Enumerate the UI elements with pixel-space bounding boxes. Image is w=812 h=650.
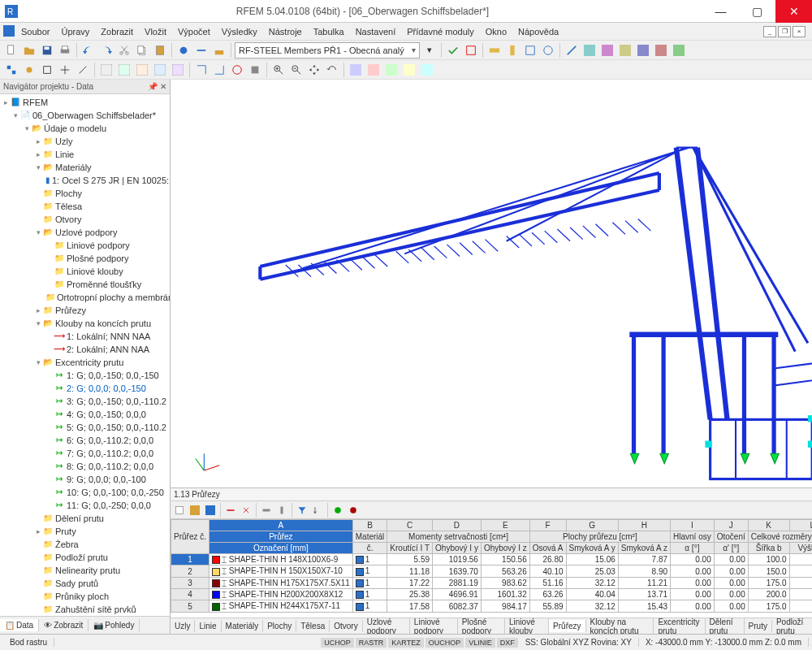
- cut-button[interactable]: [116, 42, 132, 58]
- copy-button[interactable]: [134, 42, 150, 58]
- pin-icon[interactable]: 📌 ✕: [148, 82, 166, 91]
- tb-icon[interactable]: [152, 62, 168, 78]
- col-I[interactable]: I: [671, 520, 715, 531]
- tree-uzlovepodpory[interactable]: Uzlové podpory: [55, 227, 117, 238]
- table-row[interactable]: 3 ⌶ SHAPE-THIN H175X175X7.5X11 1 17.2228…: [171, 577, 813, 588]
- zoom-in-icon[interactable]: [270, 62, 287, 78]
- hdr-ozn[interactable]: Označení [mm]: [209, 543, 353, 554]
- tree-otvory[interactable]: Otvory: [55, 214, 81, 225]
- tree-promennetl[interactable]: Proměnné tloušťky: [67, 279, 141, 290]
- tb-icon[interactable]: [21, 62, 37, 78]
- snap-toggle[interactable]: OUCHOP: [425, 638, 464, 648]
- col-F[interactable]: F: [529, 520, 566, 531]
- tree-e2[interactable]: 2: G; 0,0,0; 0,0,-150: [67, 383, 146, 394]
- tb-icon[interactable]: [463, 42, 479, 58]
- grid-tab[interactable]: Plošné podpory: [458, 618, 505, 634]
- table-row[interactable]: 5 ⌶ SHAPE-THIN H244X175X7-11 1 17.586082…: [171, 600, 813, 612]
- tree-e7[interactable]: 7: G; 0,0,-110.2; 0,0,0: [67, 448, 153, 459]
- tb-icon[interactable]: [193, 62, 209, 78]
- menu-tabulka[interactable]: Tabulka: [309, 25, 349, 38]
- grid-tab[interactable]: Tělesa: [296, 620, 330, 632]
- tree-deleni[interactable]: Dělení prutu: [55, 513, 104, 524]
- print-button[interactable]: [57, 42, 73, 58]
- app-menu-icon[interactable]: [3, 25, 15, 38]
- tree-plosnepodpory[interactable]: Plošné podpory: [67, 253, 128, 264]
- cross-sections-table[interactable]: Průřez č. A B C D E F G H I J K: [171, 519, 812, 613]
- grid-tb-icon[interactable]: [239, 503, 253, 518]
- grid-tb-icon[interactable]: [330, 503, 345, 518]
- project-tree[interactable]: ▸📘RFEM ▾📄06_Oberwagen Schiffsbelader* ▾📂…: [0, 94, 170, 616]
- table-row[interactable]: 4 ⌶ SHAPE-THIN H200X200X8X12 1 25.384696…: [171, 589, 813, 600]
- grid-filter-icon[interactable]: [295, 503, 309, 518]
- tb-icon[interactable]: [564, 42, 580, 58]
- maximize-button[interactable]: ▢: [739, 0, 775, 23]
- tb-icon[interactable]: [193, 42, 209, 58]
- col-L[interactable]: L: [789, 520, 812, 531]
- hdr-h[interactable]: Výška h: [789, 543, 812, 554]
- tb-icon[interactable]: [653, 42, 669, 58]
- hdr-b[interactable]: Šířka b: [748, 543, 789, 554]
- tree-e5[interactable]: 5: G; 0,0,-150; 0,0,-110.2: [67, 422, 166, 433]
- tb-icon[interactable]: [211, 62, 227, 78]
- tree-zahust[interactable]: Zahuštění sítě prvků: [55, 604, 136, 615]
- undo-button[interactable]: [80, 42, 97, 58]
- tree-klouby[interactable]: Klouby na koncích prutu: [55, 318, 151, 329]
- tree-mat1[interactable]: 1: Ocel S 275 JR | EN 10025:199: [52, 175, 170, 186]
- tree-liniovepodpory[interactable]: Liniové podpory: [67, 240, 130, 251]
- tb-icon[interactable]: [57, 62, 73, 78]
- close-button[interactable]: ✕: [775, 0, 812, 23]
- tb-icon[interactable]: [419, 62, 435, 78]
- tb-icon[interactable]: [116, 62, 132, 78]
- tree-telesa[interactable]: Tělesa: [55, 201, 82, 212]
- grid-tb-icon[interactable]: [172, 503, 187, 518]
- grid-tb-icon[interactable]: [223, 503, 238, 518]
- tb-icon[interactable]: [635, 42, 651, 58]
- menu-nastroje[interactable]: Nástroje: [264, 25, 307, 38]
- snap-toggle[interactable]: RASTR: [356, 638, 387, 648]
- mdi-restore-button[interactable]: ❐: [778, 26, 791, 37]
- grid-tab[interactable]: Liniové klouby: [505, 618, 549, 634]
- tb-icon[interactable]: [211, 42, 227, 58]
- tree-model[interactable]: 06_Oberwagen Schiffsbelader*: [32, 110, 156, 121]
- new-button[interactable]: [3, 42, 19, 58]
- tree-e3[interactable]: 3: G; 0,0,-150; 0,0,-110.2: [67, 396, 166, 407]
- tb-icon[interactable]: [170, 62, 186, 78]
- save-button[interactable]: [39, 42, 55, 58]
- tree-e8[interactable]: 8: G; 0,0,-110.2; 0,0,0: [67, 461, 153, 472]
- menu-upravy[interactable]: Úpravy: [56, 25, 94, 38]
- grid-tab[interactable]: Uzly: [171, 620, 195, 632]
- paste-button[interactable]: [152, 42, 168, 58]
- menu-vypocet[interactable]: Výpočet: [173, 25, 215, 38]
- tree-prunik[interactable]: Průniky ploch: [55, 591, 109, 602]
- col-B[interactable]: B: [352, 520, 387, 531]
- grid-tab[interactable]: Otvory: [330, 620, 362, 632]
- hdr-az[interactable]: Smyková A z: [618, 543, 670, 554]
- tb-icon[interactable]: [522, 42, 538, 58]
- tb-icon[interactable]: [98, 62, 114, 78]
- tree-uzly[interactable]: Uzly: [55, 136, 72, 147]
- hdr-matc[interactable]: č.: [352, 543, 387, 554]
- tb-icon[interactable]: [348, 62, 364, 78]
- zoom-out-icon[interactable]: [288, 62, 304, 78]
- col-E[interactable]: E: [481, 520, 529, 531]
- tb-icon[interactable]: [75, 62, 91, 78]
- tree-linie[interactable]: Linie: [55, 149, 74, 160]
- tb-icon[interactable]: [617, 42, 633, 58]
- tb-icon[interactable]: [383, 62, 400, 78]
- menu-okno[interactable]: Okno: [481, 25, 512, 38]
- menu-soubor[interactable]: Soubor: [16, 25, 54, 38]
- grid-tab[interactable]: Linie: [195, 620, 221, 632]
- minimize-button[interactable]: —: [702, 0, 739, 23]
- grid-sort-icon[interactable]: [310, 503, 325, 518]
- mdi-minimize-button[interactable]: _: [763, 26, 776, 37]
- open-button[interactable]: [21, 42, 37, 58]
- tree-klo2[interactable]: 2: Lokální; ANN NAA: [67, 344, 149, 355]
- navtab-data[interactable]: 📋 Data: [0, 619, 39, 631]
- grid-tab[interactable]: Uzlové podpory: [363, 618, 410, 634]
- tb-icon[interactable]: [540, 42, 556, 58]
- grid-tb-icon[interactable]: [259, 503, 274, 518]
- tree-plochy[interactable]: Plochy: [55, 188, 82, 199]
- tb-icon[interactable]: [365, 62, 382, 78]
- grid-tab[interactable]: Excentricity prutu: [654, 618, 705, 634]
- tree-klo1[interactable]: 1: Lokální; NNN NAA: [67, 331, 150, 342]
